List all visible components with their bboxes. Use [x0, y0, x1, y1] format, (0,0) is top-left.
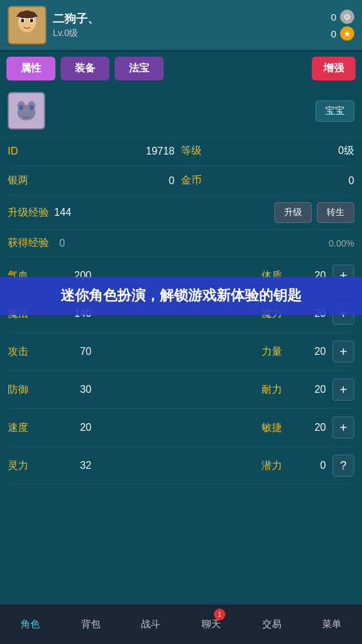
silver-value: 0	[33, 175, 175, 187]
gold-value: 0	[207, 175, 354, 187]
plus-btn-atk[interactable]: +	[332, 341, 354, 363]
gold-count: 0	[331, 28, 336, 39]
tab-attributes[interactable]: 属性	[6, 57, 55, 80]
stat-label-spd: 速度	[8, 421, 46, 435]
plus-btn-spd[interactable]: +	[332, 417, 354, 439]
stat-label-spirit: 灵力	[8, 459, 46, 473]
stat-row-spirit: 灵力 32 潜力 0 ?	[8, 447, 354, 485]
stat-value2-spirit: 0	[300, 460, 326, 471]
gold-row: 0 ★	[331, 26, 354, 41]
id-level-row: ID 19718 等级 0级	[8, 137, 354, 166]
nav-bag[interactable]: 背包	[61, 605, 121, 644]
character-name: 二狗子、	[53, 11, 331, 26]
stat-label2-spirit: 潜力	[262, 459, 294, 473]
header-info: 二狗子、 Lv.0级	[53, 11, 331, 39]
stat-right-def: 耐力 20 +	[91, 379, 354, 401]
level-label: 等级	[181, 144, 202, 158]
nav-trade-label: 交易	[262, 618, 281, 630]
stat-value-spirit: 32	[46, 460, 91, 471]
svg-point-12	[30, 105, 33, 110]
nav-battle[interactable]: 战斗	[120, 605, 181, 644]
stat-value2-spd: 20	[300, 422, 326, 433]
id-label: ID	[8, 146, 18, 157]
stat-value-atk: 70	[46, 346, 91, 357]
tab-equipment[interactable]: 装备	[61, 57, 110, 80]
header-currency: 0 ⚙ 0 ★	[331, 10, 354, 41]
nav-menu[interactable]: 菜单	[301, 605, 362, 644]
tab-treasure[interactable]: 法宝	[115, 57, 164, 80]
stat-value-def: 30	[46, 384, 91, 395]
pet-avatar	[8, 92, 45, 129]
gold-icon: ★	[340, 26, 354, 41]
stat-label2-def: 耐力	[262, 383, 294, 397]
exp-value: 0	[59, 238, 65, 249]
bottom-nav: 角色 背包 战斗 聊天 1 交易 菜单	[0, 604, 362, 644]
chat-badge: 1	[214, 609, 225, 620]
id-cell: ID 19718	[8, 137, 181, 166]
tab-enhance[interactable]: 增强	[312, 57, 356, 80]
pet-section: 宝宝	[0, 86, 362, 137]
upgrade-exp-value: 144	[54, 207, 269, 218]
svg-point-5	[30, 19, 33, 23]
silver-icon: ⚙	[340, 10, 354, 24]
header: 二狗子、 Lv.0级 0 ⚙ 0 ★	[0, 0, 362, 52]
baby-button[interactable]: 宝宝	[316, 100, 354, 122]
silver-gold-row: 银两 0 金币 0	[8, 166, 354, 196]
stat-right-atk: 力量 20 +	[91, 341, 354, 363]
stat-label2-spd: 敏捷	[262, 421, 294, 435]
stat-value2-def: 20	[300, 384, 326, 395]
gold-cell: 金币 0	[181, 166, 354, 195]
avatar	[8, 6, 46, 44]
stat-row-spd: 速度 20 敏捷 20 +	[8, 409, 354, 447]
nav-trade[interactable]: 交易	[242, 605, 302, 644]
stat-value2-atk: 20	[300, 346, 326, 357]
silver-row: 0 ⚙	[331, 10, 354, 24]
exp-label: 获得经验	[8, 236, 49, 250]
nav-menu-label: 菜单	[322, 618, 341, 630]
banner-text: 迷你角色扮演，解锁游戏新体验的钥匙	[13, 286, 349, 306]
stat-label2-atk: 力量	[262, 345, 294, 359]
level-value: 0级	[207, 144, 354, 158]
silver-label: 银两	[8, 174, 28, 187]
exp-row: 获得经验 0 0.00%	[8, 230, 354, 257]
id-value: 19718	[23, 146, 175, 157]
svg-point-11	[19, 105, 23, 110]
question-btn-spirit[interactable]: ?	[332, 455, 354, 477]
stat-row-atk: 攻击 70 力量 20 +	[8, 333, 354, 371]
upgrade-exp-label: 升级经验	[8, 206, 49, 220]
nav-character[interactable]: 角色	[0, 605, 61, 644]
exp-percent: 0.00%	[329, 238, 354, 249]
upgrade-row: 升级经验 144 升级 转生	[8, 196, 354, 230]
svg-point-4	[21, 19, 24, 23]
nav-bag-label: 背包	[81, 618, 100, 630]
nav-chat[interactable]: 聊天 1	[181, 605, 242, 644]
nav-battle-label: 战斗	[141, 618, 160, 630]
stat-value-spd: 20	[46, 422, 91, 433]
banner-overlay: 迷你角色扮演，解锁游戏新体验的钥匙	[0, 277, 362, 315]
stat-label-atk: 攻击	[8, 345, 46, 359]
silver-count: 0	[331, 12, 336, 23]
stat-right-spirit: 潜力 0 ?	[91, 455, 354, 477]
stat-label-def: 防御	[8, 383, 46, 397]
upgrade-button[interactable]: 升级	[274, 202, 312, 223]
top-tab-bar: 属性 装备 法宝 增强	[0, 52, 362, 86]
silver-cell: 银两 0	[8, 166, 181, 195]
nav-character-label: 角色	[21, 618, 40, 630]
character-level: Lv.0级	[53, 28, 331, 39]
stat-right-spd: 敏捷 20 +	[91, 417, 354, 439]
gold-label: 金币	[181, 174, 202, 187]
plus-btn-def[interactable]: +	[332, 379, 354, 401]
stat-row-def: 防御 30 耐力 20 +	[8, 371, 354, 409]
reborn-button[interactable]: 转生	[317, 202, 354, 223]
level-cell: 等级 0级	[181, 137, 354, 166]
